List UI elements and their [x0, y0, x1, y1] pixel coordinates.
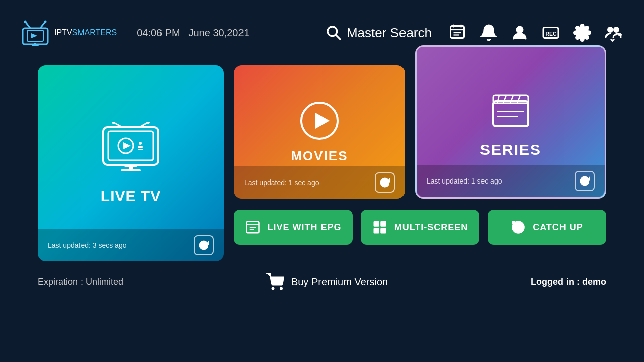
series-label: SERIES	[480, 141, 541, 158]
time: 04:06 PM	[137, 27, 180, 38]
svg-rect-15	[453, 25, 454, 28]
svg-rect-11	[451, 26, 464, 38]
cards-row: LIVE TV Last updated: 3 secs ago	[38, 65, 606, 261]
svg-point-56	[272, 288, 274, 289]
catch-up-button[interactable]: CATCH UP	[488, 210, 606, 245]
svg-point-21	[608, 28, 613, 32]
search-bar[interactable]: Master Search	[326, 25, 432, 41]
movies-label: MOVIES	[291, 148, 348, 164]
live-tv-refresh-button[interactable]	[194, 235, 214, 255]
multi-screen-button[interactable]: MULTI-SCREEN	[361, 210, 479, 245]
date: June 30,2021	[188, 27, 249, 38]
main-content: LIVE TV Last updated: 3 secs ago	[0, 65, 644, 261]
logged-in-user: demo	[582, 277, 606, 287]
svg-point-5	[24, 20, 27, 23]
buy-premium-button[interactable]: Buy Premium Version	[266, 273, 388, 291]
live-tv-icon	[98, 122, 164, 177]
search-icon	[326, 25, 342, 41]
svg-rect-36	[121, 169, 141, 171]
svg-point-57	[280, 288, 282, 289]
logged-in: Logged in : demo	[531, 277, 606, 287]
logged-in-label: Logged in :	[531, 277, 580, 287]
cart-icon	[266, 273, 284, 291]
catch-up-icon	[511, 220, 526, 235]
svg-rect-8	[34, 43, 36, 45]
svg-text:REC: REC	[546, 31, 557, 37]
series-update: Last updated: 1 sec ago	[427, 177, 502, 185]
movies-refresh-button[interactable]	[375, 172, 395, 193]
logo-smarters: SMARTERS	[72, 28, 117, 37]
series-refresh-button[interactable]	[575, 171, 595, 191]
top-right-row: MOVIES Last updated: 1 sec ago	[234, 65, 606, 199]
logo-icon	[20, 19, 50, 47]
bottom-buttons: LIVE WITH EPG MULTI-SCREEN	[234, 210, 606, 245]
svg-point-6	[44, 20, 47, 23]
live-tv-update: Last updated: 3 secs ago	[48, 241, 126, 249]
svg-rect-51	[373, 221, 379, 227]
svg-point-31	[139, 142, 142, 145]
logo-text: IPTVSMARTERS	[54, 28, 117, 37]
catch-up-label: CATCH UP	[533, 222, 583, 233]
movies-update: Last updated: 1 sec ago	[244, 178, 319, 187]
profile-icon[interactable]	[509, 22, 530, 43]
svg-rect-16	[460, 25, 462, 28]
series-icon	[488, 86, 533, 131]
series-footer: Last updated: 1 sec ago	[417, 165, 605, 197]
live-epg-icon	[245, 220, 260, 235]
svg-rect-53	[373, 228, 379, 233]
logo: IPTVSMARTERS	[20, 19, 117, 47]
svg-point-22	[614, 28, 619, 32]
record-icon[interactable]: REC	[540, 22, 561, 43]
search-label: Master Search	[347, 25, 432, 41]
svg-line-10	[336, 35, 341, 40]
live-epg-label: LIVE WITH EPG	[267, 222, 341, 233]
buy-premium-label: Buy Premium Version	[291, 276, 388, 288]
multi-screen-label: MULTI-SCREEN	[394, 222, 468, 233]
movies-icon	[299, 101, 340, 141]
series-card[interactable]: SERIES Last updated: 1 sec ago	[415, 45, 606, 199]
svg-rect-39	[493, 101, 528, 126]
svg-rect-32	[138, 146, 143, 148]
notification-icon[interactable]	[478, 22, 499, 43]
datetime: 04:06 PM June 30,2021	[137, 27, 250, 39]
switch-profile-icon[interactable]	[603, 22, 624, 43]
expiration: Expiration : Unlimited	[38, 277, 123, 287]
live-tv-label: LIVE TV	[101, 188, 161, 205]
footer: Expiration : Unlimited Buy Premium Versi…	[0, 273, 644, 291]
epg-icon[interactable]	[447, 22, 468, 43]
svg-marker-2	[31, 33, 37, 38]
svg-rect-35	[129, 165, 133, 170]
logo-iptv: IPTV	[54, 28, 72, 37]
live-tv-card[interactable]: LIVE TV Last updated: 3 secs ago	[38, 65, 224, 261]
svg-marker-30	[123, 142, 131, 149]
multi-screen-icon	[372, 220, 387, 235]
svg-rect-33	[138, 149, 143, 150]
svg-rect-27	[103, 127, 158, 165]
settings-icon[interactable]	[572, 22, 593, 43]
live-tv-footer: Last updated: 3 secs ago	[38, 229, 224, 261]
movies-footer: Last updated: 1 sec ago	[234, 166, 405, 199]
svg-rect-52	[380, 221, 386, 227]
svg-point-17	[517, 27, 523, 33]
live-epg-button[interactable]: LIVE WITH EPG	[234, 210, 353, 245]
svg-marker-38	[315, 113, 330, 129]
movies-card[interactable]: MOVIES Last updated: 1 sec ago	[234, 65, 405, 199]
header-icons: REC	[447, 22, 624, 43]
svg-rect-54	[380, 228, 386, 233]
right-column: MOVIES Last updated: 1 sec ago	[234, 65, 606, 245]
